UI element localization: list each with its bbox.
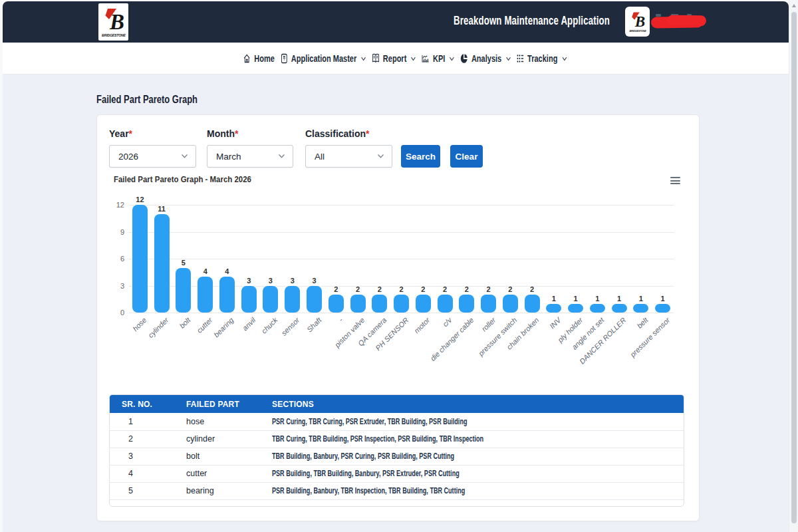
required-asterisk: *: [366, 128, 369, 139]
chart-bar[interactable]: [350, 295, 366, 313]
x-axis-category-label: pressure switch: [477, 316, 519, 358]
x-axis-category-label: motor: [412, 316, 431, 334]
chart-bar[interactable]: [154, 214, 170, 313]
search-button[interactable]: Search: [401, 145, 440, 168]
bar-value-label: 2: [356, 285, 360, 293]
nav-item-label: Tracking: [527, 53, 557, 64]
chart-bar[interactable]: [655, 304, 670, 313]
select-chevron-icon: [278, 154, 285, 159]
cell-sr-no: 2: [110, 430, 174, 448]
scrollbar-thumb[interactable]: [791, 12, 797, 523]
nav-item-kpi[interactable]: KPI: [422, 53, 454, 64]
cell-failed-part: bearing: [174, 482, 260, 499]
x-axis-category-label: cylinder: [146, 316, 170, 339]
analysis-icon: [460, 53, 468, 64]
chart-bar[interactable]: [132, 205, 148, 313]
chart-bar[interactable]: [219, 277, 235, 313]
classification-label: Classification*: [305, 128, 369, 139]
bar-value-label: 1: [617, 295, 621, 303]
chart-bar[interactable]: [525, 295, 540, 313]
month-select[interactable]: March: [207, 145, 293, 168]
cell-failed-part: cylinder: [174, 430, 260, 448]
required-asterisk: *: [235, 128, 238, 139]
table-row: 4cutterPSR Building, TBR Building, Banbu…: [110, 465, 684, 482]
bar-value-label: 5: [182, 259, 186, 267]
vertical-scrollbar[interactable]: [789, 0, 798, 532]
nav-item-label: Report: [383, 53, 406, 64]
clear-button[interactable]: Clear: [450, 145, 483, 168]
chart-bar[interactable]: [241, 286, 257, 313]
x-axis-category-label: belt: [635, 316, 649, 330]
chart-bar[interactable]: [285, 286, 300, 313]
bar-value-label: 3: [291, 277, 295, 285]
table-row: 2cylinderTBR Curing, TBR Building, PSR I…: [110, 430, 684, 448]
chart-bar[interactable]: [590, 304, 605, 313]
year-label: Year*: [109, 128, 132, 139]
chart-bar[interactable]: [503, 295, 518, 313]
chart-bar[interactable]: [568, 304, 583, 313]
nav-items: HomeApplication MasterReportKPIAnalysisT…: [243, 53, 567, 64]
nav-item-report[interactable]: Report: [372, 53, 416, 64]
chart-bar[interactable]: [438, 295, 453, 313]
cell-sections: PSR Building, TBR Building, Banbury, PSR…: [260, 465, 684, 482]
nav-item-home[interactable]: Home: [243, 53, 275, 64]
chart-bar[interactable]: [176, 268, 191, 313]
main-navigation: HomeApplication MasterReportKPIAnalysisT…: [3, 43, 789, 74]
chart-bar[interactable]: [198, 277, 213, 313]
chart-bar[interactable]: [633, 304, 648, 313]
redacted-username-scribble: [651, 15, 706, 29]
bar-value-label: 2: [421, 285, 425, 293]
bar-value-label: 2: [378, 285, 382, 293]
x-axis-category-label: hose: [132, 316, 148, 332]
chart-bar[interactable]: [329, 295, 344, 313]
bar-value-label: 4: [225, 267, 229, 275]
cell-failed-part: cutter: [174, 465, 260, 482]
home-icon: [243, 53, 251, 64]
cell-sections: TBR Curing, TBR Building, PSR Inspection…: [260, 430, 684, 448]
chart-bar[interactable]: [546, 304, 561, 313]
svg-text:BRIDGESTONE: BRIDGESTONE: [102, 33, 126, 37]
field-label-text: Classification: [305, 128, 366, 139]
bar-value-label: 2: [334, 285, 338, 293]
failed-part-table-container: SR. NO. FAILED PART SECTIONS 1hosePSR Cu…: [109, 394, 684, 507]
scrollbar-up-arrow[interactable]: [792, 4, 796, 7]
chart-bar[interactable]: [372, 295, 387, 313]
bar-value-label: 3: [312, 277, 316, 285]
y-axis-label: 6: [104, 255, 124, 263]
cell-failed-part: hose: [174, 413, 260, 430]
x-axis-category-label: pressure sensor: [628, 316, 671, 358]
nav-item-tracking[interactable]: Tracking: [517, 53, 567, 64]
chart-bar[interactable]: [307, 286, 322, 313]
nav-item-application-master[interactable]: Application Master: [281, 53, 366, 64]
classification-select[interactable]: All: [305, 145, 392, 168]
user-bridgestone-logo: B BRIDGESTONE: [625, 7, 650, 37]
cell-sections: PSR Curing, TBR Curing, PSR Extruder, TB…: [260, 413, 684, 430]
field-label-text: Year: [109, 128, 129, 139]
content-card: Year* Month* Classification* 2026 March …: [96, 114, 700, 521]
x-axis-category-label: c/v: [441, 316, 453, 328]
required-asterisk: *: [129, 128, 132, 139]
nav-item-label: Application Master: [291, 53, 356, 64]
chart-bar[interactable]: [481, 295, 496, 313]
bar-value-label: 1: [595, 295, 599, 303]
page-title: Failed Part Pareto Graph: [96, 93, 198, 106]
nav-item-analysis[interactable]: Analysis: [460, 53, 511, 64]
chart-menu-icon[interactable]: [670, 177, 680, 185]
gridline: [129, 259, 674, 259]
chart-bar[interactable]: [459, 295, 474, 313]
bar-value-label: 3: [269, 277, 273, 285]
svg-text:B: B: [634, 13, 644, 30]
x-axis-category-label: -: [337, 316, 344, 323]
bar-value-label: 2: [530, 285, 534, 293]
chart-bar[interactable]: [612, 304, 627, 313]
table-row: 1hosePSR Curing, TBR Curing, PSR Extrude…: [110, 413, 684, 430]
year-select[interactable]: 2026: [109, 145, 196, 168]
select-chevron-icon: [181, 154, 188, 159]
bar-value-label: 11: [158, 205, 166, 213]
select-chevron-icon: [377, 154, 384, 159]
chart-bar[interactable]: [394, 295, 409, 313]
chart-bar[interactable]: [416, 295, 431, 313]
application-window: B BRIDGESTONE Breakdown Maintenance Appl…: [3, 1, 789, 532]
y-axis-label: 0: [104, 309, 124, 317]
chart-bar[interactable]: [263, 286, 278, 313]
